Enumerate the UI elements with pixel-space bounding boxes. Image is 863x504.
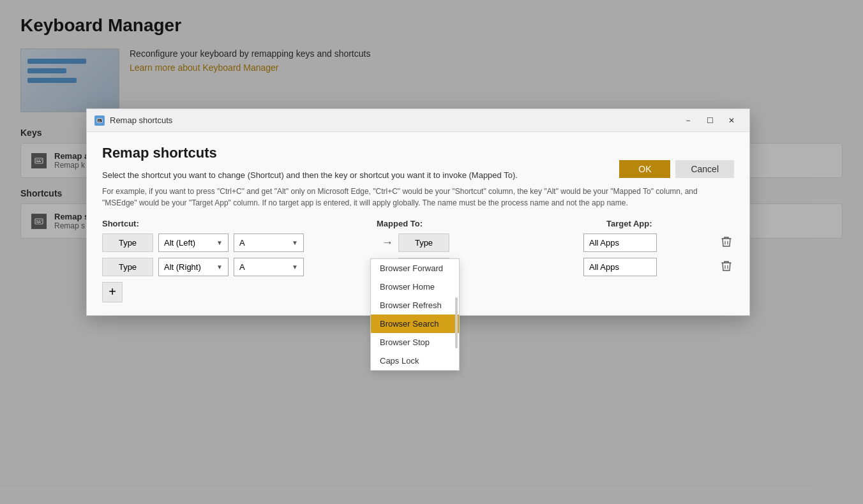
row1-mapped-type-button[interactable]: Type — [398, 233, 449, 252]
add-shortcut-button[interactable]: + — [102, 282, 123, 302]
dropdown-item-browser-home[interactable]: Browser Home — [371, 278, 459, 296]
row1-shortcut-select1[interactable]: Alt (Left) ▼ — [158, 233, 229, 252]
dropdown-item-browser-forward[interactable]: Browser Forward — [371, 259, 459, 278]
shortcut-row-1: Type Alt (Left) ▼ A ▼ → Type — [102, 233, 734, 253]
dropdown-item-browser-refresh[interactable]: Browser Refresh — [371, 296, 459, 315]
row1-shortcut-select2[interactable]: A ▼ — [234, 233, 304, 252]
maximize-button[interactable]: ☐ — [700, 113, 720, 128]
svg-rect-12 — [100, 119, 101, 120]
svg-rect-10 — [97, 119, 102, 122]
col-target-label: Target App: — [606, 219, 734, 228]
row2-delete-button[interactable] — [719, 258, 734, 277]
arrow-icon-1: → — [382, 236, 393, 249]
dropdown-item-caps-lock[interactable]: Caps Lock — [371, 352, 459, 370]
row2-shortcut-select1[interactable]: Alt (Right) ▼ — [158, 258, 229, 276]
row2-type-button[interactable]: Type — [102, 258, 153, 276]
col-mapped-label: Mapped To: — [377, 219, 606, 228]
dialog-titlebar: Remap shortcuts − ☐ ✕ — [87, 109, 749, 132]
dropdown-item-browser-search[interactable]: Browser Search — [371, 315, 459, 333]
dialog-title: Remap shortcuts — [110, 115, 172, 125]
row2-shortcut-select2[interactable]: A ▼ — [234, 258, 304, 276]
dropdown-scrollbar[interactable] — [455, 297, 458, 348]
close-button[interactable]: ✕ — [721, 113, 742, 128]
row1-type-button[interactable]: Type — [102, 233, 153, 252]
svg-rect-11 — [98, 119, 99, 120]
row2-target-input[interactable] — [583, 258, 657, 276]
svg-rect-14 — [98, 121, 101, 121]
col-shortcut-label: Shortcut: — [102, 219, 377, 228]
row1-delete-button[interactable] — [719, 233, 734, 253]
ok-button[interactable]: OK — [619, 160, 670, 178]
row1-target-input[interactable] — [583, 233, 657, 252]
minimize-button[interactable]: − — [678, 113, 698, 128]
dialog-main-title: Remap shortcuts — [102, 145, 734, 161]
mapped-to-dropdown[interactable]: Browser Forward Browser Home Browser Ref… — [370, 258, 460, 371]
columns-header: Shortcut: Mapped To: Target App: — [102, 219, 734, 228]
dropdown-item-browser-stop[interactable]: Browser Stop — [371, 333, 459, 352]
dialog-app-icon — [94, 115, 105, 126]
cancel-button[interactable]: Cancel — [675, 160, 734, 178]
dialog-controls: − ☐ ✕ — [678, 113, 742, 128]
dialog-actions: OK Cancel — [619, 160, 734, 178]
dialog-instruction-sub: For example, if you want to press "Ctrl+… — [102, 186, 734, 209]
svg-rect-13 — [101, 119, 101, 120]
